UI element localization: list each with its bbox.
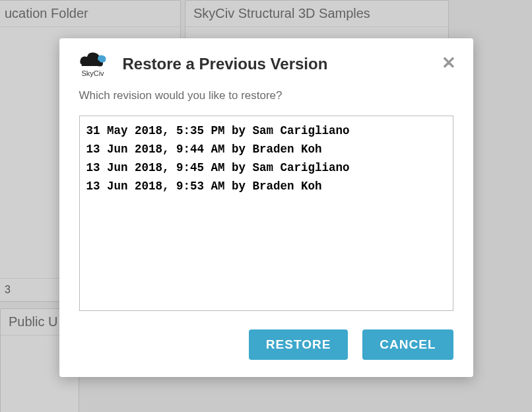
restore-button[interactable]: RESTORE [249,329,349,360]
close-icon[interactable]: ✕ [442,54,456,71]
modal-prompt: Which revision would you like to restore… [79,89,453,102]
restore-version-modal: SkyCiv Restore a Previous Version ✕ Whic… [59,38,473,377]
cancel-button[interactable]: CANCEL [362,329,453,360]
modal-footer: RESTORE CANCEL [59,318,473,377]
revision-list[interactable]: 31 May 2018, 5:35 PM by Sam Carigliano 1… [79,116,453,311]
revision-item[interactable]: 13 Jun 2018, 9:44 AM by Braden Koh [86,140,446,158]
revision-item[interactable]: 13 Jun 2018, 9:53 AM by Braden Koh [86,177,446,195]
modal-title: Restore a Previous Version [123,55,328,73]
skyciv-logo-text: SkyCiv [81,69,104,77]
revision-item[interactable]: 13 Jun 2018, 9:45 AM by Sam Carigliano [86,158,446,177]
skyciv-logo-icon [78,50,108,69]
modal-header: SkyCiv Restore a Previous Version ✕ [59,38,473,86]
revision-item[interactable]: 31 May 2018, 5:35 PM by Sam Carigliano [86,121,446,140]
skyciv-logo: SkyCiv [78,50,108,77]
modal-overlay: SkyCiv Restore a Previous Version ✕ Whic… [0,0,532,412]
modal-body: Which revision would you like to restore… [59,86,473,318]
